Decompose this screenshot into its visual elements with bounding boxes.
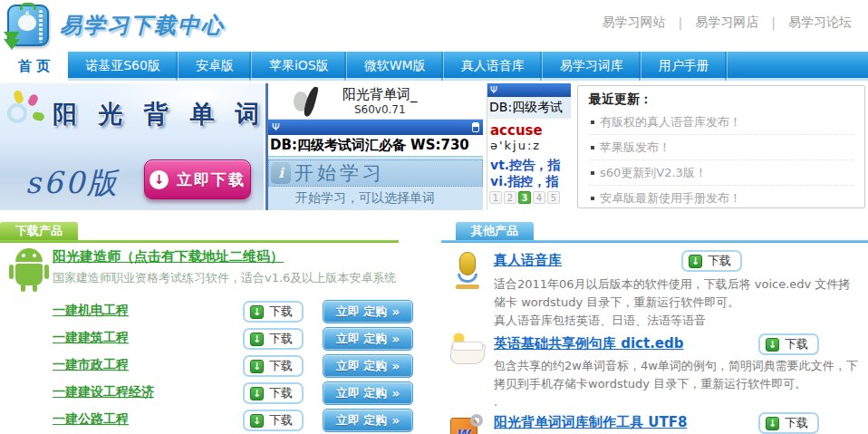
link-separator: | [679,15,683,30]
blue-divider [441,240,868,243]
product-title-link[interactable]: 阳光建造师（点击有下载地址二维码） [53,248,284,265]
main-nav: 首 页 诺基亚S60版 安卓版 苹果iOS版 微软WM版 真人语音库 易学习词库… [0,52,868,81]
other-product-desc: 拷贝到手机存储卡wordstudy 目录下，重新运行软件即可。 [494,375,868,393]
other-product-item: 英语基础共享例句库 dict.edb ↓下载 包含共享的约2w单词音标，4w单词… [441,333,868,411]
product-description: 国家建造师职业资格考试练习软件，适合v1.6及以上版本安卓系统 [53,270,396,286]
download-button[interactable]: ↓下载 [243,301,304,323]
table-row: 一建公路工程 ↓下载 立即 定购» [0,408,420,434]
download-button[interactable]: ↓下载 [243,355,304,377]
other-product-item: W 阳光背单词词库制作工具 UTF8 ↓下载 [441,412,868,434]
antenna-icon: Ψ [490,85,497,95]
tab-other-products[interactable]: 其他产品 [456,222,534,240]
bullet-icon [591,146,594,149]
other-product-desc: . [494,393,868,411]
download-arrow-icon: ↓ [149,170,169,189]
download-arrow-icon: ↓ [250,360,264,373]
other-product-link[interactable]: 英语基础共享例句库 dict.edb [494,335,684,352]
other-product-link[interactable]: 真人语音库 [494,252,562,269]
link-shop[interactable]: 易学习网店 [695,14,758,31]
android-robot-icon [9,248,49,292]
update-item[interactable]: 有版权的真人语音库发布！ [589,110,854,135]
recent-updates-box: 最近更新： 有版权的真人语音库发布！ 苹果版发布！ s60更新到V2.3版！ 安… [577,85,865,208]
phone-screenshot-1: 阳光背单词_ S60v0.71 Ψ DB:四级考试词汇必备 WS:730 i 开… [265,83,483,210]
bullet-icon [591,197,594,200]
nav-tab-nokia-s60[interactable]: 诺基亚S60版 [68,52,178,81]
update-item[interactable]: 安卓版最新使用手册发布！ [589,186,854,210]
app-logo-icon [292,86,333,117]
word-meaning-1: vt.控告，指 [490,158,571,174]
promo-banner[interactable]: 阳 光 背 单 词 s60版 ↓ 立即下载 [0,83,264,210]
app-version: S60v0.71 [342,103,418,116]
download-arrow-icon: ↓ [250,414,264,428]
course-link[interactable]: 一建机电工程 [53,303,129,319]
update-item[interactable]: 苹果版发布！ [589,135,854,160]
page-dot-5[interactable]: 5 [547,191,560,204]
sun-logo-icon [5,91,45,130]
backpack-logo-icon [7,5,49,46]
db-status-line: DB:四级考试 [487,97,571,119]
download-button[interactable]: ↓下载 [681,250,742,272]
other-product-item: 真人语音库 ↓下载 适合2011年06月以后版本的软件使用，下载后将 voice… [441,250,868,333]
table-row: 一建建设工程经济 ↓下载 立即 定购» [0,381,420,408]
other-product-link[interactable]: 阳光背单词词库制作工具 UTF8 [494,414,687,431]
other-product-desc: 真人语音库包括英语、日语、法语等语音 [494,312,868,330]
header: 易学习下载中心 易学习网站 | 易学习网店 | 易学习论坛 [0,0,868,52]
app-title: 阳光背单词_ [342,86,418,103]
course-link[interactable]: 一建公路工程 [53,411,129,428]
update-item[interactable]: s60更新到V2.3版！ [589,160,854,186]
link-forum[interactable]: 易学习论坛 [788,14,852,31]
table-row: 一建市政工程 ↓下载 立即 定购» [0,353,420,381]
promo-download-button[interactable]: ↓ 立即下载 [144,159,251,199]
download-button[interactable]: ↓下载 [243,410,304,431]
chevron-right-icon: » [391,413,400,428]
site-logo[interactable]: 易学习下载中心 [7,5,225,46]
table-row: 一建建筑工程 ↓下载 立即 定购» [0,326,420,353]
other-product-desc: 适合2011年06月以后版本的软件使用，下载后将 voice.edv 文件拷 [494,275,868,294]
bullet-icon [591,121,594,124]
nav-tab-home[interactable]: 首 页 [0,52,68,81]
page-dot-3-active[interactable]: 3 [518,191,531,204]
nav-tab-android[interactable]: 安卓版 [178,52,252,81]
others-section-header: 其他产品 [441,222,868,243]
download-button[interactable]: ↓下载 [243,382,304,404]
download-button[interactable]: ↓下载 [243,328,304,350]
link-separator: | [771,15,776,30]
order-now-button[interactable]: 立即 定购» [323,381,413,405]
order-now-button[interactable]: 立即 定购» [323,354,413,378]
menu-item-label: 开始学习 [294,160,385,186]
tab-download-products[interactable]: 下载产品 [0,222,78,240]
other-product-desc: 储卡 wordstudy 目录下，重新运行软件即可。 [494,294,868,312]
download-arrow-icon: ↓ [766,338,779,352]
promo-title: 阳 光 背 单 词 [53,98,264,130]
downloads-section-header: 下载产品 [0,222,420,243]
bullet-icon [591,171,594,175]
order-now-button[interactable]: 立即 定购» [323,409,413,432]
link-website[interactable]: 易学习网站 [603,14,666,31]
nav-tab-wm[interactable]: 微软WM版 [347,52,444,81]
nav-tab-voice-lib[interactable]: 真人语音库 [444,52,543,81]
course-link[interactable]: 一建市政工程 [53,357,129,373]
page-dot-1[interactable]: 1 [489,191,502,204]
updates-title: 最近更新： [589,92,854,110]
page-dot-4[interactable]: 4 [533,191,545,204]
site-title: 易学习下载中心 [60,11,225,40]
nav-tab-dict-lib[interactable]: 易学习词库 [543,52,641,81]
info-icon: i [271,162,291,184]
order-now-button[interactable]: 立即 定购» [323,300,413,323]
download-button[interactable]: ↓下载 [758,412,819,434]
battery-icon [472,122,479,132]
banner-row: 阳 光 背 单 词 s60版 ↓ 立即下载 阳光背单词_ S60v0.71 Ψ [0,83,868,210]
order-now-button[interactable]: 立即 定购» [323,327,413,351]
chevron-right-icon: » [391,304,400,319]
page-dot-2[interactable]: 2 [504,191,516,204]
course-link[interactable]: 一建建设工程经济 [53,384,154,400]
green-divider [0,240,399,243]
nav-tab-manual[interactable]: 用户手册 [641,52,728,81]
page: 易学习下载中心 易学习网站 | 易学习网店 | 易学习论坛 首 页 诺基亚S60… [0,0,868,434]
dictionary-word: accuse [490,122,571,139]
antenna-icon: Ψ [272,121,280,133]
download-arrow-icon: ↓ [689,255,702,268]
course-link[interactable]: 一建建筑工程 [53,330,129,346]
download-button[interactable]: ↓下载 [758,333,819,355]
nav-tab-ios[interactable]: 苹果iOS版 [252,52,347,81]
